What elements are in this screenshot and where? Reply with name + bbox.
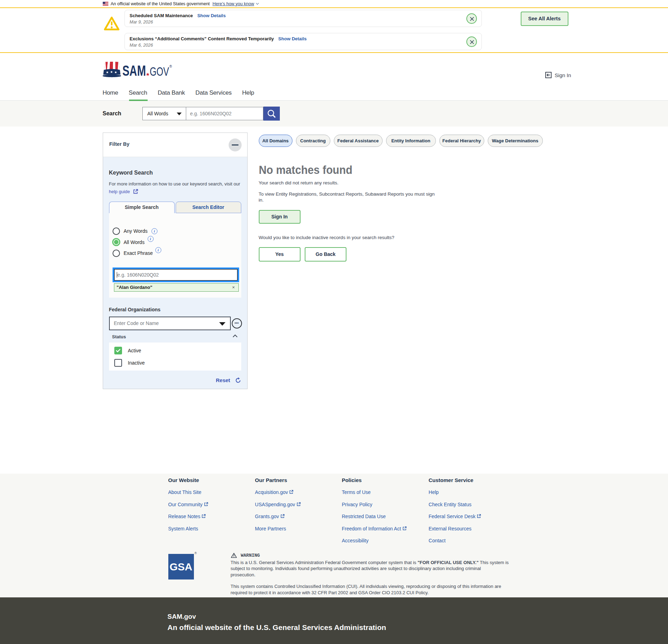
- svg-text:GOV: GOV: [150, 65, 169, 78]
- svg-text:®: ®: [169, 65, 172, 68]
- svg-text:SAM: SAM: [122, 62, 146, 79]
